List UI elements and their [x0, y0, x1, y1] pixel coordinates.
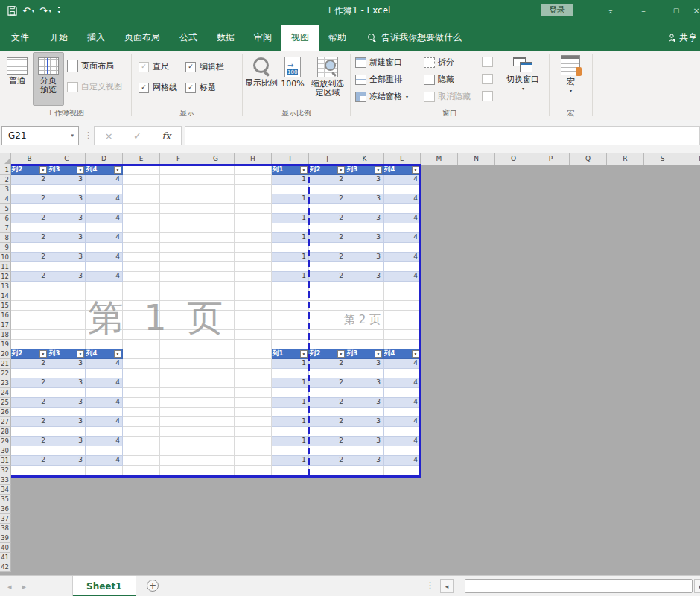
save-button[interactable]	[7, 6, 17, 16]
cell[interactable]	[11, 543, 48, 553]
cell[interactable]	[681, 437, 700, 446]
cell[interactable]	[11, 311, 48, 320]
cell[interactable]	[532, 272, 570, 282]
column-header[interactable]: P	[532, 153, 570, 165]
cell[interactable]	[197, 504, 235, 514]
cell[interactable]	[235, 243, 272, 253]
cell[interactable]	[48, 320, 86, 330]
cell[interactable]	[532, 204, 570, 214]
cell[interactable]	[86, 388, 123, 398]
cell[interactable]	[495, 369, 532, 378]
cell[interactable]	[532, 485, 570, 495]
row-header[interactable]: 10	[0, 253, 11, 262]
cell[interactable]: 3	[346, 398, 384, 408]
cell[interactable]: 列2▾	[11, 349, 48, 359]
cell[interactable]: 4	[384, 398, 421, 408]
cell[interactable]	[570, 194, 607, 204]
cell[interactable]	[123, 485, 160, 495]
row-header[interactable]: 7	[0, 224, 11, 233]
cell[interactable]	[86, 408, 123, 417]
cell[interactable]: 3	[48, 194, 86, 204]
cell[interactable]	[532, 495, 570, 504]
row-header[interactable]: 25	[0, 398, 11, 408]
filter-button[interactable]: ▾	[412, 166, 419, 174]
cell[interactable]: 列3▾	[48, 165, 86, 175]
cell[interactable]: 列2▾	[309, 349, 346, 359]
cell[interactable]	[160, 524, 197, 533]
cell[interactable]	[495, 165, 532, 175]
cell[interactable]	[309, 408, 346, 417]
cell[interactable]	[421, 349, 458, 359]
cell[interactable]	[681, 562, 700, 572]
cell[interactable]	[421, 233, 458, 243]
cell[interactable]	[570, 417, 607, 427]
cell[interactable]	[607, 427, 644, 437]
cell[interactable]	[644, 301, 681, 311]
formula-bar-checkbox[interactable]: ✓ 编辑栏	[185, 61, 224, 72]
cell[interactable]	[607, 533, 644, 543]
cell[interactable]	[495, 243, 532, 253]
reset-window-position-button[interactable]	[482, 91, 493, 101]
row-header[interactable]: 38	[0, 524, 11, 533]
cell[interactable]	[48, 504, 86, 514]
cell[interactable]	[681, 282, 700, 291]
cell[interactable]	[346, 408, 384, 417]
cell[interactable]	[123, 194, 160, 204]
normal-view-button[interactable]: 普通	[3, 54, 31, 104]
cell[interactable]	[458, 282, 495, 291]
cell[interactable]	[644, 446, 681, 456]
cell[interactable]	[235, 214, 272, 224]
cell[interactable]	[681, 388, 700, 398]
cell[interactable]: 4	[384, 437, 421, 446]
cell[interactable]	[458, 446, 495, 456]
cell[interactable]	[197, 446, 235, 456]
cell[interactable]	[644, 224, 681, 233]
maximize-button[interactable]: ▢	[660, 7, 693, 14]
cell[interactable]	[235, 330, 272, 340]
cell[interactable]: 列4▾	[384, 349, 421, 359]
cell[interactable]	[681, 466, 700, 475]
cell[interactable]	[458, 253, 495, 262]
cell[interactable]	[384, 524, 421, 533]
cell[interactable]	[160, 378, 197, 388]
row-header[interactable]: 27	[0, 417, 11, 427]
cell[interactable]	[384, 204, 421, 214]
cell[interactable]: 2	[309, 398, 346, 408]
cell[interactable]: 3	[346, 456, 384, 466]
cell[interactable]	[421, 204, 458, 214]
cell[interactable]	[272, 504, 309, 514]
cell[interactable]	[570, 214, 607, 224]
cell[interactable]: 列4▾	[86, 165, 123, 175]
cell[interactable]	[160, 224, 197, 233]
cell[interactable]	[160, 553, 197, 562]
cell[interactable]	[48, 262, 86, 272]
tab-formulas[interactable]: 公式	[170, 25, 207, 51]
cell[interactable]	[160, 562, 197, 572]
cell[interactable]	[197, 194, 235, 204]
cell[interactable]	[607, 204, 644, 214]
cell[interactable]	[570, 378, 607, 388]
cell[interactable]	[607, 194, 644, 204]
cell[interactable]	[644, 369, 681, 378]
cell[interactable]	[532, 253, 570, 262]
zoom-button[interactable]: 显示比例	[244, 54, 279, 104]
cell[interactable]	[532, 262, 570, 272]
cell[interactable]	[495, 330, 532, 340]
cell[interactable]	[644, 359, 681, 369]
cell[interactable]	[384, 291, 421, 301]
cell[interactable]	[309, 320, 346, 330]
cell[interactable]: 3	[48, 359, 86, 369]
cell[interactable]	[570, 388, 607, 398]
cell[interactable]	[309, 340, 346, 349]
cell[interactable]	[681, 378, 700, 388]
cell[interactable]	[272, 524, 309, 533]
row-header[interactable]: 22	[0, 369, 11, 378]
cell[interactable]	[11, 243, 48, 253]
cell[interactable]	[123, 495, 160, 504]
cell[interactable]	[309, 185, 346, 194]
cell[interactable]	[272, 553, 309, 562]
cell[interactable]	[309, 330, 346, 340]
cell[interactable]	[309, 262, 346, 272]
cell[interactable]	[309, 243, 346, 253]
row-header[interactable]: 36	[0, 504, 11, 514]
